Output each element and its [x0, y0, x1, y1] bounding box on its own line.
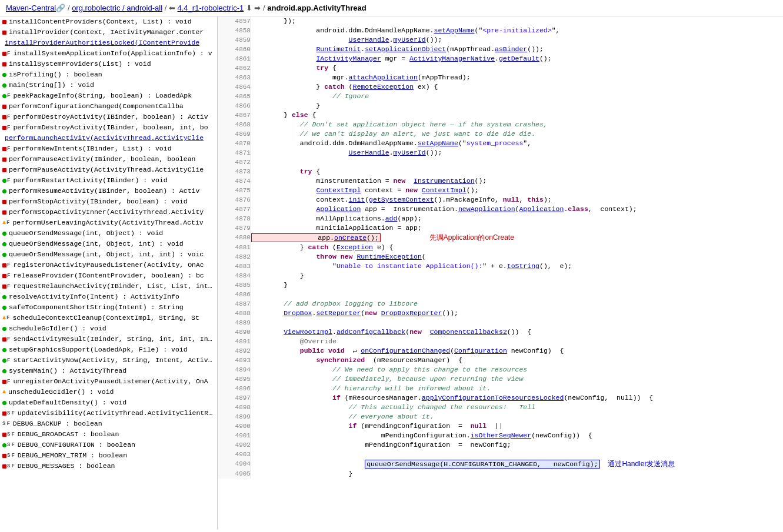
- code-line: 4866 }: [218, 101, 783, 111]
- list-item[interactable]: queueOrSendMessage(int, Object) : void: [0, 228, 217, 239]
- green-indicator: [2, 295, 6, 299]
- list-item[interactable]: S F DEBUG_MEMORY_TRIM : boolean: [0, 450, 217, 461]
- code-line: 4876 context.init(getSystemContext().mPa…: [218, 195, 783, 205]
- breadcrumb-version[interactable]: 4.4_r1-robolectric-1: [178, 4, 244, 12]
- code-line: 4873 try {: [218, 167, 783, 176]
- code-line: 4869 // we can't display an alert, we ju…: [218, 129, 783, 139]
- list-item[interactable]: F peekPackageInfo(String, boolean) : Loa…: [0, 91, 217, 101]
- code-line: 4861 IActivityManager mgr = ActivityMana…: [218, 54, 783, 63]
- list-item[interactable]: queueOrSendMessage(int, Object, int, int…: [0, 249, 217, 260]
- list-item[interactable]: resolveActivityInfo(Intent) : ActivityIn…: [0, 292, 217, 302]
- code-line: 4892 public void ↵ onConfigurationChange…: [218, 346, 783, 356]
- code-line: 4870 android.ddm.DdmHandleAppName.setApp…: [218, 139, 783, 148]
- red-indicator: [2, 105, 6, 109]
- code-line: 4903: [218, 450, 783, 459]
- code-line: 4899 // everyone about it.: [218, 412, 783, 421]
- code-line: 4891 @Override: [218, 337, 783, 346]
- green-indicator: [2, 369, 6, 373]
- code-line: 4900 if (mPendingConfiguration = null ||: [218, 421, 783, 431]
- list-item[interactable]: F performDestroyActivity(IBinder, boolea…: [0, 122, 217, 133]
- code-line: 4865 // Ignore: [218, 92, 783, 101]
- list-item[interactable]: F requestRelaunchActivity(IBinder, List,…: [0, 281, 217, 292]
- list-item[interactable]: F registerOnActivityPausedListener(Activ…: [0, 260, 217, 270]
- code-line: 4898 // This actually changed the resour…: [218, 403, 783, 412]
- red-indicator: [2, 168, 6, 172]
- list-item[interactable]: F performDestroyActivity(IBinder, boolea…: [0, 112, 217, 122]
- breadcrumb-maven-central[interactable]: Maven-Central: [6, 4, 56, 12]
- red-indicator: [2, 380, 6, 384]
- code-line: 4897 if (mResourcesManager.applyConfigur…: [218, 393, 783, 403]
- list-item[interactable]: performLaunchActivity(ActivityThread.Act…: [0, 133, 217, 143]
- list-item[interactable]: systemMain() : ActivityThread: [0, 366, 217, 376]
- code-line: 4887 // add dropbox logging to libcore: [218, 299, 783, 309]
- code-line: 4860 RuntimeInit.setApplicationObject(mA…: [218, 45, 783, 54]
- list-item[interactable]: performResumeActivity(IBinder, boolean) …: [0, 186, 217, 196]
- code-line: 4872: [218, 158, 783, 167]
- green-indicator: [2, 179, 6, 183]
- code-line: 4864 } catch (RemoteException ex) {: [218, 82, 783, 92]
- list-item[interactable]: F startActivityNow(Activity, String, Int…: [0, 355, 217, 366]
- list-item[interactable]: ▲ F scheduleContextCleanup(ContextImpl, …: [0, 313, 217, 323]
- list-item[interactable]: scheduleGcIdler() : void: [0, 323, 217, 334]
- list-item[interactable]: queueOrSendMessage(int, Object, int) : v…: [0, 239, 217, 249]
- list-item[interactable]: performPauseActivity(IBinder, boolean, b…: [0, 154, 217, 165]
- triangle-indicator: ▲: [2, 218, 6, 227]
- list-item[interactable]: updateDefaultDensity() : void: [0, 397, 217, 408]
- green-indicator: [2, 359, 6, 363]
- code-line-4904: 4904 queueOrSendMessage(H.CONFIGURATION_…: [218, 459, 783, 469]
- method-list[interactable]: installContentProviders(Context, List) :…: [0, 16, 218, 530]
- list-item[interactable]: main(String[]) : void: [0, 80, 217, 91]
- list-item[interactable]: performPauseActivity(ActivityThread.Acti…: [0, 165, 217, 175]
- code-line: 4885 }: [218, 280, 783, 290]
- code-line: 4859 UserHandle.myUserId());: [218, 35, 783, 45]
- list-item[interactable]: installSystemProviders(List) : void: [0, 59, 217, 69]
- code-table: 4857 }); 4858 android.ddm.DdmHandleAppNa…: [218, 16, 783, 479]
- green-indicator: [2, 242, 6, 246]
- list-item[interactable]: performStopActivityInner(ActivityThread.…: [0, 207, 217, 218]
- code-line: 4871 UserHandle.myUserId());: [218, 148, 783, 158]
- code-line: 4883 "Unable to instantiate Application(…: [218, 262, 783, 271]
- list-item[interactable]: installProviderAuthoritiesLocked(IConten…: [0, 38, 217, 48]
- green-indicator: [2, 401, 6, 405]
- green-indicator: [2, 73, 6, 77]
- list-item[interactable]: S F updateVisibility(ActivityThread.Acti…: [0, 408, 217, 419]
- code-line: 4877 Application app = Instrumentation.n…: [218, 205, 783, 214]
- code-line: 4868 // Don't set application object her…: [218, 120, 783, 129]
- list-item[interactable]: installContentProviders(Context, List) :…: [0, 16, 217, 27]
- code-line: 4863 mgr.attachApplication(mAppThread);: [218, 73, 783, 82]
- list-item[interactable]: ▲ unscheduleGcIdler() : void: [0, 387, 217, 397]
- green-indicator: [2, 189, 6, 193]
- red-indicator: [2, 126, 6, 130]
- breadcrumb: Maven-Central🔗 / org.robolectric / andro…: [0, 0, 783, 16]
- list-item[interactable]: F installSystemApplicationInfo(Applicati…: [0, 48, 217, 59]
- list-item[interactable]: safeToComponentShortString(Intent) : Str…: [0, 302, 217, 313]
- code-line: 4875 ContextImpl context = new ContextIm…: [218, 186, 783, 195]
- list-item[interactable]: F performRestartActivity(IBinder) : void: [0, 175, 217, 186]
- breadcrumb-class: android.app.ActivityThread: [267, 4, 366, 12]
- annotation-oncreate: 先调Application的onCreate: [429, 233, 514, 242]
- list-item[interactable]: F releaseProvider(IContentProvider, bool…: [0, 270, 217, 281]
- list-item[interactable]: setupGraphicsSupport(LoadedApk, File) : …: [0, 344, 217, 355]
- breadcrumb-org[interactable]: org.robolectric / android-all: [72, 4, 162, 12]
- list-item[interactable]: S F DEBUG_CONFIGURATION : boolean: [0, 440, 217, 450]
- code-line: 4901 mPendingConfiguration.isOtherSeqNew…: [218, 431, 783, 440]
- list-item[interactable]: S F DEBUG_MESSAGES : boolean: [0, 461, 217, 471]
- list-item[interactable]: S F DEBUG_BACKUP : boolean: [0, 419, 217, 429]
- green-indicator: [2, 306, 6, 310]
- list-item[interactable]: F performNewIntents(IBinder, List) : voi…: [0, 143, 217, 154]
- red-indicator: [2, 20, 6, 24]
- list-item[interactable]: performStopActivity(IBinder, boolean) : …: [0, 196, 217, 207]
- code-line: 4881 } catch (Exception e) {: [218, 243, 783, 252]
- triangle-indicator: ▲: [2, 387, 6, 397]
- list-item[interactable]: F unregisterOnActivityPausedListener(Act…: [0, 376, 217, 387]
- list-item[interactable]: isProfiling() : boolean: [0, 69, 217, 80]
- red-indicator: [2, 200, 6, 204]
- annotation-handler: 通过Handler发送消息: [608, 460, 675, 468]
- red-indicator: [2, 464, 6, 469]
- list-item[interactable]: S F DEBUG_BROADCAST : boolean: [0, 429, 217, 440]
- list-item[interactable]: F sendActivityResult(IBinder, String, in…: [0, 334, 217, 344]
- list-item[interactable]: ▲ F performUserLeavingActivity(ActivityT…: [0, 218, 217, 228]
- list-item[interactable]: performConfigurationChanged(ComponentCal…: [0, 101, 217, 112]
- list-item[interactable]: installProvider(Context, IActivityManage…: [0, 27, 217, 38]
- code-line-4880: 4880 app.onCreate(); 先调Application的onCre…: [218, 233, 783, 243]
